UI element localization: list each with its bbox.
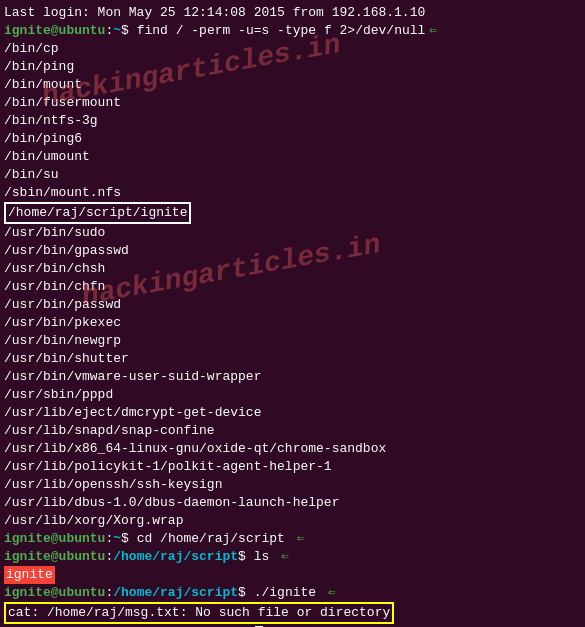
ignite-file-label: ignite	[4, 566, 55, 584]
path-lib-xorg: /usr/lib/xorg/Xorg.wrap	[4, 512, 183, 530]
line-usr-vmware: /usr/bin/vmware-user-suid-wrapper	[4, 368, 581, 386]
path-usr-shutter: /usr/bin/shutter	[4, 350, 129, 368]
login-text: Last login: Mon May 25 12:14:08 2015 fro…	[4, 4, 425, 22]
line-sbin-pppd: /usr/sbin/pppd	[4, 386, 581, 404]
path-sbin-mount: /sbin/mount.nfs	[4, 184, 121, 202]
line-bin-ntfs: /bin/ntfs-3g	[4, 112, 581, 130]
path-bin-fusermount: /bin/fusermount	[4, 94, 121, 112]
line-usr-chfn: /usr/bin/chfn	[4, 278, 581, 296]
path-bin-cp: /bin/cp	[4, 40, 59, 58]
line-lib-eject: /usr/lib/eject/dmcrypt-get-device	[4, 404, 581, 422]
prompt-path-4: /home/raj/script	[113, 584, 238, 602]
prompt-sep-4: :	[105, 584, 113, 602]
dollar-2: $	[121, 530, 129, 548]
line-error: cat: /home/raj/msg.txt: No such file or …	[4, 602, 581, 624]
path-lib-eject: /usr/lib/eject/dmcrypt-get-device	[4, 404, 261, 422]
path-bin-mount: /bin/mount	[4, 76, 82, 94]
prompt-user-2: ignite@ubuntu	[4, 530, 105, 548]
path-home-script: /home/raj/script/ignite	[4, 202, 191, 224]
dollar-4: $	[238, 584, 246, 602]
path-usr-passwd: /usr/bin/passwd	[4, 296, 121, 314]
path-lib-dbus: /usr/lib/dbus-1.0/dbus-daemon-launch-hel…	[4, 494, 339, 512]
line-bin-umount: /bin/umount	[4, 148, 581, 166]
path-bin-ping6: /bin/ping6	[4, 130, 82, 148]
run-command: ./ignite	[246, 584, 324, 602]
prompt-path-3: /home/raj/script	[113, 548, 238, 566]
path-bin-ntfs: /bin/ntfs-3g	[4, 112, 98, 130]
line-usr-passwd: /usr/bin/passwd	[4, 296, 581, 314]
line-lib-snap: /usr/lib/snapd/snap-confine	[4, 422, 581, 440]
line-bin-ping: /bin/ping	[4, 58, 581, 76]
line-lib-xorg: /usr/lib/xorg/Xorg.wrap	[4, 512, 581, 530]
arrow-4: ⇐	[328, 584, 336, 602]
line-usr-gpasswd: /usr/bin/gpasswd	[4, 242, 581, 260]
path-lib-x86: /usr/lib/x86_64-linux-gnu/oxide-qt/chrom…	[4, 440, 386, 458]
line-run-cmd: ignite@ubuntu:/home/raj/script$ ./ignite…	[4, 584, 581, 602]
dollar-1: $	[121, 22, 129, 40]
path-usr-chsh: /usr/bin/chsh	[4, 260, 105, 278]
line-bin-fusermount: /bin/fusermount	[4, 94, 581, 112]
prompt-path-2: ~	[113, 530, 121, 548]
path-usr-chfn: /usr/bin/chfn	[4, 278, 105, 296]
line-home-script: /home/raj/script/ignite	[4, 202, 581, 224]
line-usr-shutter: /usr/bin/shutter	[4, 350, 581, 368]
path-lib-openssh: /usr/lib/openssh/ssh-keysign	[4, 476, 222, 494]
find-command: find / -perm -u=s -type f 2>/dev/null	[129, 22, 425, 40]
line-lib-openssh: /usr/lib/openssh/ssh-keysign	[4, 476, 581, 494]
terminal-window: hackingarticles.in hackingarticles.in La…	[0, 0, 585, 627]
cd-command: cd /home/raj/script	[129, 530, 293, 548]
arrow-3: ⇐	[281, 548, 289, 566]
path-bin-umount: /bin/umount	[4, 148, 90, 166]
line-bin-cp: /bin/cp	[4, 40, 581, 58]
line-ls-output: ignite	[4, 566, 581, 584]
line-usr-chsh: /usr/bin/chsh	[4, 260, 581, 278]
line-sbin-mount: /sbin/mount.nfs	[4, 184, 581, 202]
path-lib-snap: /usr/lib/snapd/snap-confine	[4, 422, 215, 440]
ls-command: ls	[246, 548, 277, 566]
prompt-sep-3: :	[105, 548, 113, 566]
line-find-cmd: ignite@ubuntu:~$ find / -perm -u=s -type…	[4, 22, 581, 40]
arrow-1: ⇐	[429, 22, 437, 40]
line-usr-newgrp: /usr/bin/newgrp	[4, 332, 581, 350]
path-usr-newgrp: /usr/bin/newgrp	[4, 332, 121, 350]
path-sbin-pppd: /usr/sbin/pppd	[4, 386, 113, 404]
arrow-2: ⇐	[297, 530, 305, 548]
path-bin-su: /bin/su	[4, 166, 59, 184]
line-cd-cmd: ignite@ubuntu:~$ cd /home/raj/script ⇐	[4, 530, 581, 548]
path-usr-pkexec: /usr/bin/pkexec	[4, 314, 121, 332]
line-usr-pkexec: /usr/bin/pkexec	[4, 314, 581, 332]
line-bin-ping6: /bin/ping6	[4, 130, 581, 148]
path-lib-policy: /usr/lib/policykit-1/polkit-agent-helper…	[4, 458, 332, 476]
path-usr-sudo: /usr/bin/sudo	[4, 224, 105, 242]
line-ls-cmd: ignite@ubuntu:/home/raj/script$ ls ⇐	[4, 548, 581, 566]
dollar-3: $	[238, 548, 246, 566]
prompt-sep-2: :	[105, 530, 113, 548]
path-usr-gpasswd: /usr/bin/gpasswd	[4, 242, 129, 260]
line-lib-policy: /usr/lib/policykit-1/polkit-agent-helper…	[4, 458, 581, 476]
type-keyword: type	[285, 23, 316, 38]
prompt-user-4: ignite@ubuntu	[4, 584, 105, 602]
prompt-path-1: ~	[113, 22, 121, 40]
prompt-sep-1: :	[105, 22, 113, 40]
path-bin-ping: /bin/ping	[4, 58, 74, 76]
path-usr-vmware: /usr/bin/vmware-user-suid-wrapper	[4, 368, 261, 386]
line-usr-sudo: /usr/bin/sudo	[4, 224, 581, 242]
line-bin-su: /bin/su	[4, 166, 581, 184]
line-login: Last login: Mon May 25 12:14:08 2015 fro…	[4, 4, 581, 22]
prompt-user-3: ignite@ubuntu	[4, 548, 105, 566]
line-lib-x86: /usr/lib/x86_64-linux-gnu/oxide-qt/chrom…	[4, 440, 581, 458]
line-bin-mount: /bin/mount	[4, 76, 581, 94]
error-text: cat: /home/raj/msg.txt: No such file or …	[4, 602, 394, 624]
line-lib-dbus: /usr/lib/dbus-1.0/dbus-daemon-launch-hel…	[4, 494, 581, 512]
prompt-user-1: ignite@ubuntu	[4, 22, 105, 40]
